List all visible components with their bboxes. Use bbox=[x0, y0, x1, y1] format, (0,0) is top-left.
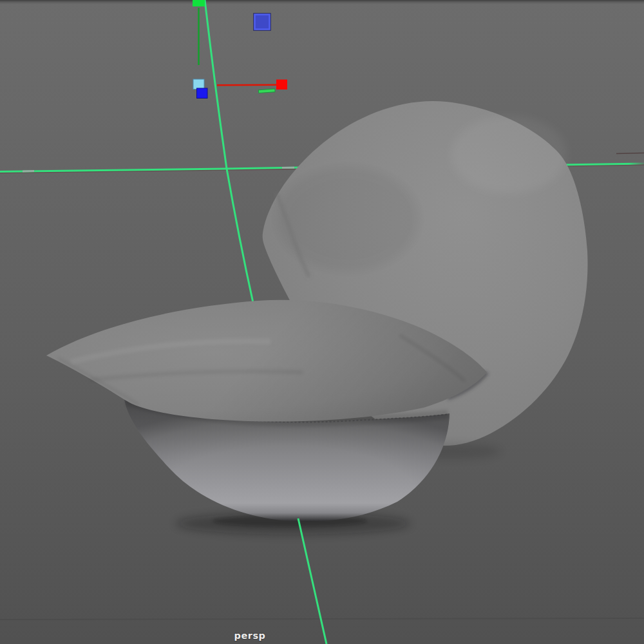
x-axis-highlight-line-right bbox=[560, 164, 644, 165]
camera-name-label: persp bbox=[234, 630, 266, 641]
key-square-blue[interactable] bbox=[255, 15, 270, 30]
viewport-top-edge-shade bbox=[0, 0, 644, 5]
sphere-highlight bbox=[451, 116, 567, 193]
manipulator-x-handle-red-square[interactable] bbox=[276, 80, 287, 90]
handle-dark-blue-square[interactable] bbox=[197, 88, 208, 99]
3d-viewport[interactable]: persp bbox=[0, 0, 644, 644]
perspective-view-canvas[interactable]: persp bbox=[0, 0, 644, 644]
handle-light-blue-square[interactable] bbox=[193, 79, 204, 90]
faint-horizon-line bbox=[616, 153, 644, 154]
manipulator-y-handle-green-square[interactable] bbox=[193, 0, 205, 6]
